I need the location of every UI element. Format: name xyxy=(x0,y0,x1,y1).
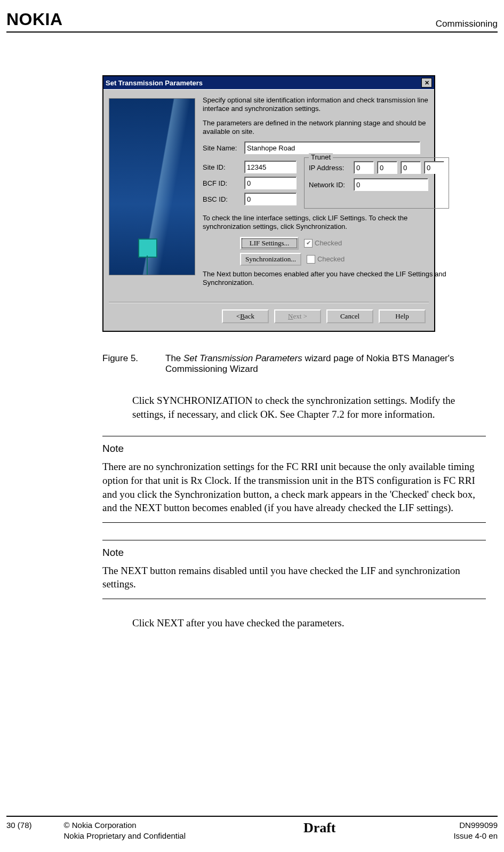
site-id-input[interactable] xyxy=(244,161,297,173)
back-button[interactable]: < Back xyxy=(222,309,269,323)
dialog-next-note: The Next button becomes enabled after yo… xyxy=(203,270,449,288)
header-rule xyxy=(6,31,498,33)
section-title: Commissioning xyxy=(436,19,498,29)
network-id-input[interactable] xyxy=(354,178,428,191)
trunet-group: Trunet IP Address: Network ID: xyxy=(304,157,449,209)
note-2-title: Note xyxy=(102,547,486,559)
note-1-text: There are no synchronization settings fo… xyxy=(102,460,486,515)
figure-number: Figure 5. xyxy=(102,353,150,375)
body-paragraph-1: Click SYNCHRONIZATION to check the synch… xyxy=(132,394,486,421)
cancel-button[interactable]: Cancel xyxy=(326,309,373,323)
sync-checked-checkbox[interactable] xyxy=(307,255,315,264)
dialog-intro-1: Specify optional site identification inf… xyxy=(203,96,449,114)
close-icon[interactable]: ✕ xyxy=(421,78,432,87)
page-footer: 30 (78) © Nokia Corporation Nokia Propri… xyxy=(6,816,498,842)
label-network-id: Network ID: xyxy=(309,181,350,189)
label-site-name: Site Name: xyxy=(203,144,244,152)
lif-checked-checkbox[interactable]: ✔ xyxy=(304,239,313,248)
synchronization-button[interactable]: Synchronization... xyxy=(240,253,301,266)
label-site-id: Site ID: xyxy=(203,163,244,171)
footer-docnum: DN999099 xyxy=(453,820,498,831)
figure-text: The Set Transmission Parameters wizard p… xyxy=(165,353,486,375)
dialog-intro-2: The parameters are defined in the networ… xyxy=(203,119,449,137)
ip-octet-1-input[interactable] xyxy=(354,161,374,174)
titlebar-text: Set Transmission Parameters xyxy=(106,79,203,87)
bsc-id-input[interactable] xyxy=(244,193,297,205)
note-block-1: Note There are no synchronization settin… xyxy=(102,436,486,523)
footer-copyright: © Nokia Corporation xyxy=(64,820,186,831)
dialog-mid-text: To check the line interface settings, cl… xyxy=(203,214,449,232)
help-button[interactable]: Help xyxy=(379,309,426,323)
ip-octet-2-input[interactable] xyxy=(377,161,397,174)
titlebar: Set Transmission Parameters ✕ xyxy=(103,76,434,89)
note-block-2: Note The NEXT button remains disabled un… xyxy=(102,540,486,599)
next-button[interactable]: Next > xyxy=(274,309,321,323)
lif-settings-button[interactable]: LIF Settings... xyxy=(240,237,299,250)
footer-page-number: 30 (78) xyxy=(6,820,32,842)
ip-octet-4-input[interactable] xyxy=(424,161,444,174)
bcf-id-input[interactable] xyxy=(244,177,297,189)
note-2-text: The NEXT button remains disabled until y… xyxy=(102,564,486,591)
note-1-title: Note xyxy=(102,443,486,455)
wizard-side-image xyxy=(109,98,195,275)
footer-watermark: Draft xyxy=(303,820,336,836)
footer-issue: Issue 4-0 en xyxy=(453,831,498,841)
footer-confidential: Nokia Proprietary and Confidential xyxy=(64,831,186,841)
figure-caption: Figure 5. The Set Transmission Parameter… xyxy=(102,353,486,375)
label-ip-address: IP Address: xyxy=(309,164,350,172)
sync-checked-label: Checked xyxy=(317,255,345,263)
trunet-legend: Trunet xyxy=(309,153,333,161)
site-name-input[interactable] xyxy=(244,141,420,154)
brand-logo: NOKIA xyxy=(6,10,63,29)
lif-checked-label: Checked xyxy=(315,239,342,247)
label-bsc-id: BSC ID: xyxy=(203,195,244,203)
label-bcf-id: BCF ID: xyxy=(203,179,244,187)
body-paragraph-2: Click NEXT after you have checked the pa… xyxy=(132,616,486,630)
ip-octet-3-input[interactable] xyxy=(401,161,421,174)
dialog-set-transmission-parameters: Set Transmission Parameters ✕ xyxy=(102,75,435,332)
